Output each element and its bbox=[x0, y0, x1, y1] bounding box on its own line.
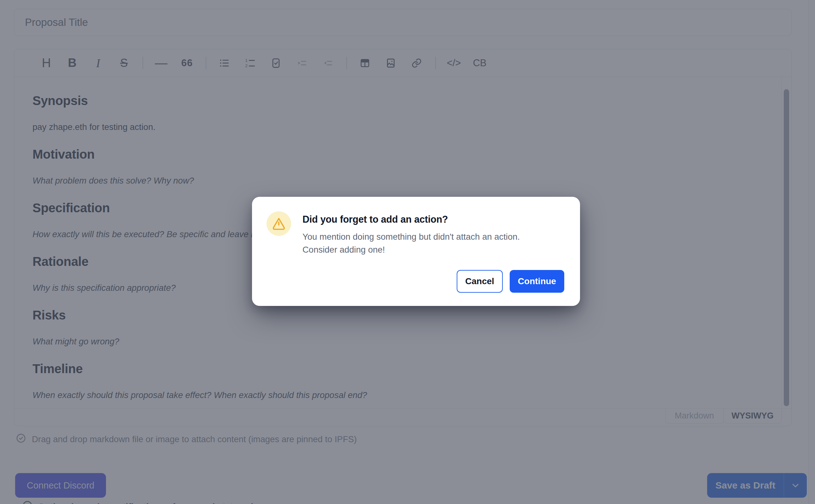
action-warning-dialog: Did you forget to add an action? You men… bbox=[252, 197, 580, 306]
dialog-body-line1: You mention doing something but didn't a… bbox=[302, 232, 520, 242]
dialog-body: You mention doing something but didn't a… bbox=[302, 230, 520, 256]
dialog-body-line2: Consider adding one! bbox=[302, 245, 385, 255]
continue-button[interactable]: Continue bbox=[510, 270, 564, 293]
cancel-button[interactable]: Cancel bbox=[457, 270, 503, 293]
warning-icon bbox=[267, 211, 291, 236]
dialog-actions: Cancel Continue bbox=[457, 270, 564, 293]
dialog-title: Did you forget to add an action? bbox=[302, 214, 448, 225]
